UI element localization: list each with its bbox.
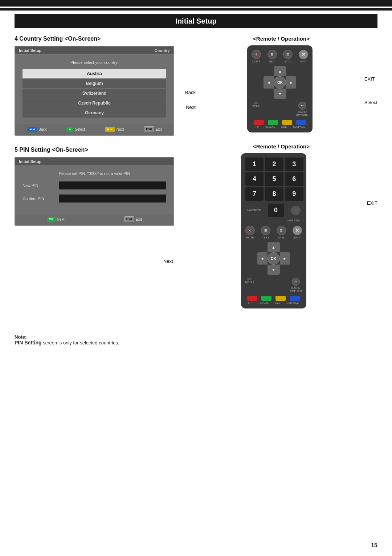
exit-x-icon-2[interactable]: ✕: [293, 226, 302, 235]
mute-btn-2[interactable]: 🔇 MUTE: [245, 226, 255, 239]
key-7[interactable]: 7: [245, 187, 264, 201]
yellow-btn-1[interactable]: [282, 120, 292, 125]
key-2[interactable]: 2: [265, 158, 283, 171]
color-buttons-1: [252, 120, 308, 125]
sttl-icon-2[interactable]: ⊡: [277, 226, 286, 235]
footer-next: ►► Next: [105, 127, 124, 132]
dpad-up-1[interactable]: ▲: [274, 66, 286, 76]
green-btn-1[interactable]: [268, 120, 278, 125]
text-btn[interactable]: ⊞ TEXT: [268, 50, 277, 63]
dpad-down-2[interactable]: ▼: [268, 265, 280, 275]
key-8[interactable]: 8: [265, 187, 283, 201]
menu-icon[interactable]: [254, 102, 258, 104]
note-label: Note:: [15, 334, 26, 340]
exit-btn-icon: Exit: [144, 126, 154, 132]
top-bar-thin: [0, 8, 392, 11]
blue-btn-1[interactable]: [296, 120, 306, 125]
dpad-ok-1[interactable]: OK: [274, 76, 286, 89]
back-btn-icon: ◄◄: [27, 127, 37, 132]
next-annot-2: Next: [163, 258, 173, 264]
key-0[interactable]: 0: [268, 204, 284, 217]
blue-btn-2[interactable]: [290, 296, 300, 301]
exit-top-btn-2[interactable]: ✕ EXIT: [293, 226, 302, 239]
new-pin-input[interactable]: [59, 181, 166, 189]
mute-icon[interactable]: 🔇: [252, 50, 261, 59]
mute-btn[interactable]: 🔇 MUTE: [252, 50, 261, 63]
right-annots-2: EXIT: [367, 153, 377, 206]
mute-icon-2[interactable]: 🔇: [245, 226, 255, 235]
text-icon[interactable]: ⊞: [268, 50, 277, 59]
country-item-germany[interactable]: Germany: [23, 108, 166, 118]
exit-x-icon[interactable]: ✕: [299, 50, 308, 59]
last-view-btn[interactable]: ○: [291, 206, 301, 215]
pin-screen-footer: OK Next Exit Exit: [15, 213, 173, 225]
pin-screen-instruction: Please set PIN. "0000" is not a valid PI…: [23, 171, 166, 176]
menu-icon-2[interactable]: [247, 278, 252, 280]
color-labels-1: F P REVEAL SIZE SUBPAGE: [252, 126, 308, 128]
menu-btn-2[interactable]: MENU: [245, 278, 254, 293]
key-4[interactable]: 4: [245, 172, 264, 186]
text-btn-2[interactable]: ⊞ TEXT: [261, 226, 270, 239]
dpad-up-2[interactable]: ▲: [268, 242, 280, 252]
country-item-belgium[interactable]: Belgium: [23, 79, 166, 89]
color-labels-2: F P REVEAL SIZE SUBPAGE: [245, 302, 302, 304]
next-btn-icon: ►►: [105, 127, 115, 132]
remote-heading-2: <Remote / Operation>: [185, 143, 377, 150]
exit-top-btn[interactable]: ✕ EXIT: [299, 50, 308, 63]
right-column: <Remote / Operation> Back Next 🔇 MUTE: [185, 36, 377, 319]
key-6[interactable]: 6: [285, 172, 303, 186]
pin-footer-next-label: Next: [57, 217, 65, 221]
pin-screen-mockup: Initial Setup Please set PIN. "0000" is …: [15, 157, 174, 226]
back-annot: Back: [185, 90, 196, 95]
menu-btn[interactable]: MENU: [252, 102, 260, 117]
country-item-switzerland[interactable]: Switzerland: [23, 89, 166, 98]
dpad-down-1[interactable]: ▼: [274, 89, 286, 99]
page-number: 15: [371, 542, 377, 549]
remote-bottom-row-1: MENU ↩ BACK/ RETURN: [252, 102, 308, 117]
key-1[interactable]: 1: [245, 158, 264, 171]
dpad-ok-2[interactable]: OK: [268, 252, 280, 265]
favorite-label: FAVORITE: [247, 209, 261, 212]
dpad-right-2[interactable]: ►: [280, 252, 290, 265]
back-return-icon-2[interactable]: ↩: [292, 278, 300, 286]
country-item-austria[interactable]: Austria: [23, 69, 166, 79]
note-bold-text: PIN Setting: [15, 340, 42, 346]
left-annots-1: Back Next: [185, 68, 196, 110]
confirm-pin-row: Confirm PIN: [23, 195, 166, 203]
screen-header-left: Initial Setup: [19, 48, 41, 53]
green-btn-2[interactable]: [261, 296, 271, 301]
confirm-pin-input[interactable]: [59, 195, 166, 203]
key-9[interactable]: 9: [285, 187, 303, 201]
sttl-btn[interactable]: ⊡ STTL: [283, 50, 293, 63]
remote-sep: [245, 224, 302, 224]
remote-bottom-row-2: MENU ↩ BACK/ RETURN: [245, 278, 302, 293]
top-bar-thick: [0, 0, 392, 7]
text-icon-2[interactable]: ⊞: [261, 226, 270, 235]
pin-screen-header-left: Initial Setup: [19, 159, 41, 164]
dpad-left-2[interactable]: ◄: [257, 252, 268, 265]
key-5[interactable]: 5: [265, 172, 283, 186]
country-item-czech[interactable]: Czech Republic: [23, 98, 166, 108]
back-return-icon[interactable]: ↩: [298, 102, 306, 110]
pin-footer-exit: Exit Exit: [124, 216, 142, 222]
exit-annot-2: EXIT: [367, 200, 377, 206]
dpad-right-1[interactable]: ►: [286, 76, 296, 89]
sttl-icon[interactable]: ⊡: [283, 50, 293, 59]
yellow-btn-2[interactable]: [275, 296, 286, 301]
footer-select-label: Select: [75, 127, 85, 131]
color-buttons-2: [245, 296, 302, 301]
select-annot: Select: [364, 100, 377, 105]
dpad-left-1[interactable]: ◄: [264, 76, 274, 89]
sttl-btn-2[interactable]: ⊡ STTL: [277, 226, 286, 239]
note-rest-text: screen is only for selected countries.: [42, 340, 119, 346]
back-return-btn[interactable]: ↩ BACK/ RETURN: [296, 102, 308, 117]
back-return-btn-2[interactable]: ↩ BACK/ RETURN: [290, 278, 302, 293]
key-3[interactable]: 3: [285, 158, 303, 171]
country-screen-mockup: Initial Setup Country Please select your…: [15, 46, 174, 136]
pin-exit-btn-icon: Exit: [124, 216, 135, 222]
red-btn-1[interactable]: [254, 120, 264, 125]
footer-back: ◄◄ Back: [27, 127, 46, 132]
red-btn-2[interactable]: [247, 296, 257, 301]
last-view-label-row: LAST VIEW: [245, 219, 302, 222]
footer-select: ► Select: [66, 127, 85, 132]
